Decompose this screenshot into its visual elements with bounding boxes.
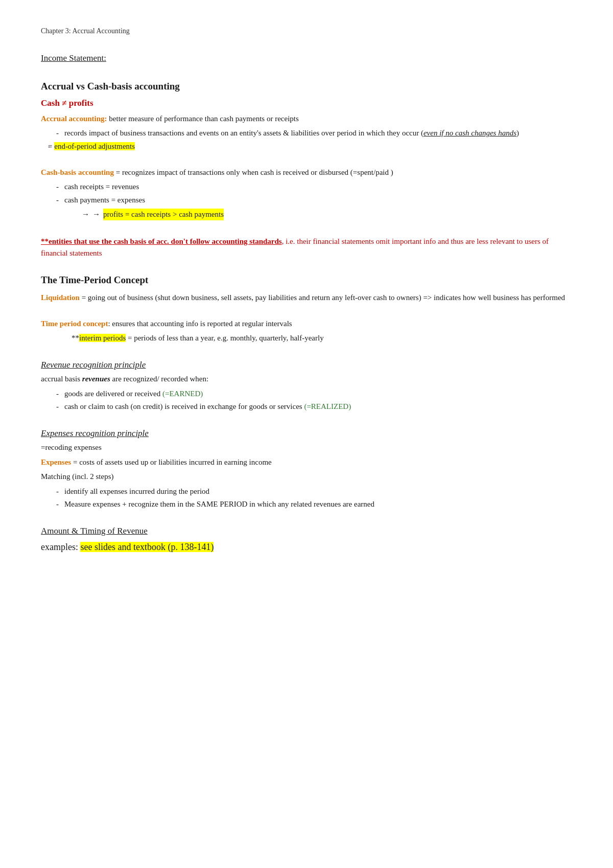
liquidation-desc: = going out of business (shut down busin… xyxy=(80,293,565,302)
cash-not-profits: Cash ≠ profits xyxy=(41,97,572,110)
expenses-bullets: identify all expenses incurred during th… xyxy=(41,486,572,510)
end-of-period-highlight: end-of-period adjustments xyxy=(54,142,135,150)
liquidation-line: Liquidation = going out of business (shu… xyxy=(41,292,572,304)
chapter-title: Chapter 3: Accrual Accounting xyxy=(41,26,572,36)
accrual-label: Accrual accounting: xyxy=(41,115,107,123)
examples-highlight: see slides and textbook (p. 138-141) xyxy=(80,542,214,552)
interim-line: **interim periods = periods of less than… xyxy=(41,332,572,344)
profits-arrow: → profits = cash receipts > cash payment… xyxy=(41,209,572,220)
revenue-bullet-1: goods are delivered or received (=EARNED… xyxy=(56,388,572,400)
interim-stars: ** xyxy=(72,334,79,342)
expenses-recognition-heading: Expenses recognition principle xyxy=(41,427,572,440)
earned-label: (=EARNED) xyxy=(162,390,203,398)
revenue-bullets: goods are delivered or received (=EARNED… xyxy=(41,388,572,413)
expenses-recognition-section: Expenses recognition principle =recoding… xyxy=(41,427,572,510)
profits-highlight: profits = cash receipts > cash payments xyxy=(103,209,224,220)
bullet1-end: ) xyxy=(516,129,519,137)
revenue-bullet-2: cash or claim to cash (on credit) is rec… xyxy=(56,401,572,413)
accrual-bullets: records impact of business transactions … xyxy=(41,127,572,152)
accrual-bullet-2: = end-of-period adjustments xyxy=(48,141,572,152)
cash-basis-bullets: cash receipts = revenues cash payments =… xyxy=(41,181,572,205)
warning-underline: **entities that use the cash basis of ac… xyxy=(41,237,282,245)
arrow-symbol: → xyxy=(92,209,100,220)
bullet1-text: records impact of business transactions … xyxy=(64,129,423,137)
revenue-intro-rest: are recognized/ recorded when: xyxy=(110,375,208,383)
time-period-desc: : ensures that accounting info is report… xyxy=(108,319,292,328)
accrual-desc: better measure of performance than cash … xyxy=(107,115,299,123)
interim-rest: = periods of less than a year, e.g. mont… xyxy=(126,334,323,342)
accrual-vs-cash-section: Accrual vs Cash-basis accounting Cash ≠ … xyxy=(41,79,572,259)
expenses-bullet-1: identify all expenses incurred during th… xyxy=(56,486,572,497)
cb-bullet-1: cash receipts = revenues xyxy=(56,181,572,193)
warning-line: **entities that use the cash basis of ac… xyxy=(41,236,572,259)
examples-line: examples: see slides and textbook (p. 13… xyxy=(41,540,572,554)
revenues-bold: revenues xyxy=(82,375,110,383)
amount-timing-section: Amount & Timing of Revenue examples: see… xyxy=(41,524,572,555)
revenue-intro: accrual basis revenues are recognized/ r… xyxy=(41,373,572,385)
revenue-intro-text: accrual basis xyxy=(41,375,82,383)
amount-timing-heading: Amount & Timing of Revenue xyxy=(41,524,572,538)
bullet2-eq: = xyxy=(48,142,54,150)
cash-basis-line: Cash-basis accounting = recognizes impac… xyxy=(41,167,572,178)
expenses-label: Expenses xyxy=(41,458,71,466)
revenue-b2-text: cash or claim to cash (on credit) is rec… xyxy=(64,402,304,410)
accrual-vs-cash-heading: Accrual vs Cash-basis accounting xyxy=(41,79,572,94)
expenses-definition: Expenses = costs of assets used up or li… xyxy=(41,456,572,468)
expenses-b2-text: Measure expenses + recognize them in the… xyxy=(64,500,374,508)
time-period-section: The Time-Period Concept Liquidation = go… xyxy=(41,273,572,344)
time-period-label: Time period concept xyxy=(41,319,108,328)
accrual-accounting-line: Accrual accounting: better measure of pe… xyxy=(41,113,572,125)
bullet1-italic: even if no cash changes hands xyxy=(423,129,516,137)
revenue-recognition-heading: Revenue recognition principle xyxy=(41,358,572,372)
matching-label: Matching (incl. 2 steps) xyxy=(41,471,572,483)
revenue-b1-text: goods are delivered or received xyxy=(64,390,162,398)
recoding-expenses: =recoding expenses xyxy=(41,442,572,453)
time-period-heading: The Time-Period Concept xyxy=(41,273,572,288)
cash-basis-desc: = recognizes impact of transactions only… xyxy=(114,168,393,176)
time-period-concept-line: Time period concept: ensures that accoun… xyxy=(41,318,572,330)
income-statement-heading: Income Statement: xyxy=(41,52,572,65)
cash-basis-label: Cash-basis accounting xyxy=(41,168,114,176)
income-statement-section: Income Statement: xyxy=(41,52,572,65)
realized-label: (=REALIZED) xyxy=(304,402,351,410)
liquidation-label: Liquidation xyxy=(41,293,80,302)
examples-text: examples: xyxy=(41,542,80,552)
accrual-bullet-1: records impact of business transactions … xyxy=(56,127,572,139)
expenses-desc: = costs of assets used up or liabilities… xyxy=(71,458,272,466)
expenses-bullet-2: Measure expenses + recognize them in the… xyxy=(56,498,572,510)
cb-bullet-2: cash payments = expenses xyxy=(56,194,572,206)
revenue-recognition-section: Revenue recognition principle accrual ba… xyxy=(41,358,572,413)
interim-highlight: interim periods xyxy=(79,334,126,342)
